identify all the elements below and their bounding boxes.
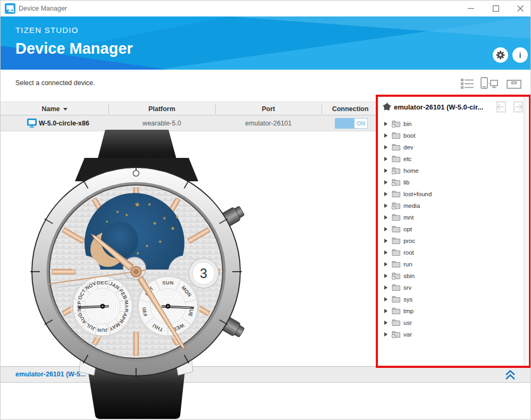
tree-item-etc[interactable]: etc [378,153,522,165]
svg-text:★: ★ [115,209,119,214]
status-bar: emulator-26101 (W-5... [1,366,531,383]
folder-icon [392,249,401,256]
expand-caret-icon[interactable] [384,321,387,325]
close-button[interactable] [510,1,531,16]
collapse-chevron-icon[interactable] [505,370,515,380]
device-row[interactable]: W-5.0-circle-x86 wearable-5.0 emulator-2… [1,115,379,131]
status-device-label: emulator-26101 (W-5... [15,371,86,378]
close-icon [517,5,524,12]
page-title: Device Manager [15,40,133,57]
tree-item-bin[interactable]: bin [378,118,522,130]
folder-icon [392,331,401,338]
panel-title: emulator-26101 (W-5.0-cir... [394,103,495,111]
maximize-button[interactable] [485,1,507,16]
archive-button[interactable] [507,77,521,90]
tree-item-lib[interactable]: lib [378,177,522,188]
device-icon [27,119,37,128]
expand-caret-icon[interactable] [384,180,387,184]
connection-toggle[interactable]: ON [335,118,368,129]
svg-text:TUE: TUE [187,306,195,317]
tree-item-tmp[interactable]: tmp [378,305,522,317]
tree-item-label: lost+found [403,191,432,197]
tree-item-label: run [403,261,412,267]
list-view-button[interactable] [461,77,474,90]
remote-device-button[interactable] [481,77,499,90]
guilloche-right [153,291,183,322]
tree-item-label: sys [403,296,412,303]
info-button[interactable]: i [512,47,528,63]
svg-text:SEP: SEP [76,301,82,312]
folder-icon [392,190,401,198]
tree-item-mnt[interactable]: mnt [378,212,522,223]
column-name-label: Name [41,105,60,113]
tree-item-run[interactable]: run [378,258,522,270]
svg-text:★: ★ [171,225,175,231]
expand-caret-icon[interactable] [384,285,387,290]
column-connection-label: Connection [332,105,369,113]
folder-icon [392,179,401,186]
link-badge-icon [392,334,395,338]
column-header-connection[interactable]: Connection [322,102,379,116]
file-explorer-panel: emulator-26101 (W-5.0-cir... binbootdeve… [376,95,531,368]
push-file-button[interactable] [512,101,525,113]
watch-dial [49,185,223,358]
expand-caret-icon[interactable] [384,274,387,278]
tree-item-dev[interactable]: dev [378,141,522,153]
svg-text:APR: APR [118,312,129,324]
minimize-button[interactable] [460,1,482,16]
moon-stars: ★★★★★★★★★★★★ [105,200,179,256]
expand-caret-icon[interactable] [384,122,387,126]
tree-item-var[interactable]: var [378,329,522,340]
tree-item-sbin[interactable]: sbin [378,270,522,282]
tree-item-srv[interactable]: srv [378,282,522,293]
expand-caret-icon[interactable] [384,262,387,266]
column-header-name[interactable]: Name [1,102,108,116]
tree-item-label: lib [403,179,410,186]
tree-item-label: opt [403,226,412,232]
tree-item-media[interactable]: media [378,200,522,212]
expand-caret-icon[interactable] [384,332,387,337]
expand-caret-icon[interactable] [384,169,387,173]
link-badge-icon [392,124,395,128]
pull-file-button[interactable] [495,101,508,113]
tree-item-opt[interactable]: opt [378,223,522,235]
expand-caret-icon[interactable] [384,145,387,149]
column-header-platform[interactable]: Platform [108,102,215,116]
tree-item-label: root [403,249,414,256]
folder-icon [392,225,401,233]
expand-caret-icon[interactable] [384,157,387,161]
tree-item-boot[interactable]: boot [378,130,522,141]
tree-item-label: proc [403,238,415,244]
svg-text:NOV: NOV [84,280,97,291]
settings-button[interactable] [493,47,508,63]
tree-item-sys[interactable]: sys [378,293,522,305]
tree-item-lost+found[interactable]: lost+found [378,188,522,200]
tree-item-proc[interactable]: proc [378,235,522,247]
watch-bezel [32,167,240,376]
title-bar: Device Manager [1,1,531,17]
date-value: 3 [200,266,207,281]
tree-item-root[interactable]: root [378,247,522,258]
svg-text:SUN: SUN [162,280,174,285]
expand-caret-icon[interactable] [384,204,387,208]
expand-caret-icon[interactable] [384,192,387,196]
folder-icon [392,319,401,326]
expand-caret-icon[interactable] [384,297,387,301]
expand-caret-icon[interactable] [384,133,387,138]
expand-caret-icon[interactable] [384,250,387,255]
device-platform: wearable-5.0 [108,115,215,131]
tree-item-usr[interactable]: usr [378,317,522,329]
expand-caret-icon[interactable] [384,227,387,231]
svg-text:★: ★ [124,213,128,217]
svg-text:JUL: JUL [85,322,96,332]
link-badge-icon [392,206,395,209]
folder-icon [392,155,401,163]
column-header-port[interactable]: Port [215,102,322,116]
panel-scrollbar[interactable] [524,97,528,366]
expand-caret-icon[interactable] [384,309,387,313]
tree-item-home[interactable]: home [378,165,522,177]
moon-crescent [90,232,125,267]
expand-caret-icon[interactable] [384,239,387,243]
expand-caret-icon[interactable] [384,215,387,220]
tree-item-label: bin [403,121,411,127]
